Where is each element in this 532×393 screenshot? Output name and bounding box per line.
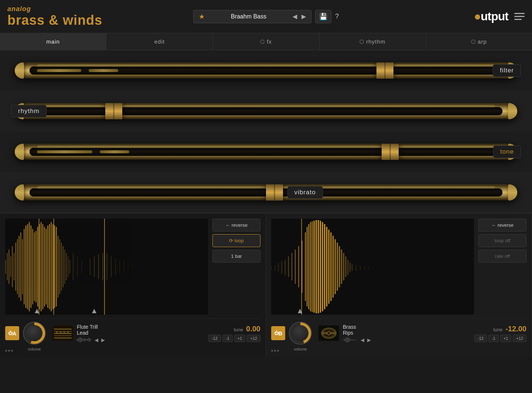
svg-rect-130 <box>350 339 351 341</box>
filter-thumb[interactable] <box>376 62 393 79</box>
more-options-a[interactable] <box>5 348 260 352</box>
svg-rect-128 <box>347 337 348 342</box>
svg-rect-106 <box>341 250 342 284</box>
svg-rect-97 <box>322 222 323 311</box>
svg-rect-2 <box>7 253 8 280</box>
more-options-b[interactable] <box>271 348 526 352</box>
volume-knob-b[interactable] <box>289 322 312 345</box>
svg-rect-101 <box>330 232 331 301</box>
svg-rect-50 <box>119 260 120 273</box>
svg-rect-71 <box>83 339 83 341</box>
svg-rect-1 <box>5 260 6 273</box>
svg-rect-129 <box>349 338 349 342</box>
channel-b-power-button[interactable]: ⏻ B <box>271 326 285 340</box>
svg-rect-116 <box>373 267 374 270</box>
tune-plus1-b[interactable]: +1 <box>500 335 512 342</box>
channel-b: ← reverse loop off rate off ⏻ B volume <box>266 213 532 357</box>
svg-point-66 <box>67 331 69 334</box>
tab-fx[interactable]: fx <box>213 33 319 50</box>
tube-sheen <box>37 64 495 68</box>
bottom-panels: ← reverse ⟳ loop 1 bar ⏻ A volume <box>0 213 532 357</box>
sample-next-a[interactable]: ▶ <box>101 337 105 343</box>
rate-button-b[interactable]: rate off <box>478 250 526 263</box>
waveform-svg-b <box>271 219 474 315</box>
preset-prev-button[interactable]: ◀ <box>293 13 297 20</box>
svg-rect-80 <box>278 263 279 271</box>
svg-rect-86 <box>298 246 299 287</box>
tune-minus1-b[interactable]: -1 <box>488 335 499 342</box>
preset-next-button[interactable]: ▶ <box>301 13 306 20</box>
tune-plus1-a[interactable]: +1 <box>234 335 246 342</box>
svg-rect-67 <box>77 339 78 341</box>
svg-rect-105 <box>339 246 340 287</box>
tube-right-cap <box>508 103 517 119</box>
loop-marker-right[interactable] <box>92 309 96 313</box>
loop-button-b[interactable]: loop off <box>478 234 526 247</box>
channel-a-power-button[interactable]: ⏻ A <box>5 326 19 340</box>
rhythm-thumb[interactable] <box>105 103 122 119</box>
tune-value-b: -12.00 <box>505 325 526 333</box>
svg-rect-11 <box>22 239 23 294</box>
svg-rect-89 <box>307 227 307 306</box>
tab-rhythm[interactable]: rhythm <box>320 33 426 50</box>
tune-minus12-a[interactable]: -12 <box>208 335 221 342</box>
svg-rect-26 <box>47 226 48 308</box>
preset-help-button[interactable]: ? <box>335 13 339 20</box>
svg-rect-27 <box>49 224 50 309</box>
volume-knob-a[interactable] <box>23 322 46 345</box>
sample-prev-a[interactable]: ◀ <box>95 337 98 343</box>
svg-rect-25 <box>46 229 47 304</box>
preset-save-button[interactable]: 💾 <box>315 10 331 23</box>
tune-minus12-b[interactable]: -12 <box>474 335 487 342</box>
tune-minus1-a[interactable]: -1 <box>222 335 233 342</box>
vibrato-thumb[interactable] <box>266 184 283 201</box>
reverse-button-a[interactable]: ← reverse <box>212 219 260 232</box>
vibrato-slider-row: vibrato <box>0 172 532 213</box>
svg-rect-79 <box>274 265 275 271</box>
loop-marker-b[interactable] <box>298 309 302 313</box>
svg-rect-52 <box>128 263 129 271</box>
sample-waveform-mini-a <box>77 337 92 342</box>
svg-rect-36 <box>64 250 65 284</box>
svg-point-63 <box>56 331 58 334</box>
waveform-display-b <box>271 219 474 315</box>
svg-rect-115 <box>368 267 369 269</box>
instrument-line1-a: Flute Trill <box>77 324 205 330</box>
preset-star-icon[interactable]: ★ <box>199 13 205 21</box>
vibrato-slider-track[interactable] <box>15 184 517 201</box>
rhythm-slider-track[interactable] <box>15 103 517 119</box>
svg-rect-47 <box>107 253 108 280</box>
sample-prev-b[interactable]: ◀ <box>361 337 364 343</box>
svg-point-65 <box>63 331 65 334</box>
logo-line1: analog <box>7 5 126 13</box>
svg-rect-70 <box>81 338 82 342</box>
header: analog brass & winds ★ Braahm Bass ◀ ▶ 💾… <box>0 0 532 33</box>
svg-rect-29 <box>52 224 53 309</box>
rhythm-power-icon <box>359 40 364 44</box>
loop-marker-left[interactable] <box>35 309 39 313</box>
tone-thumb[interactable] <box>382 144 399 160</box>
tune-plus12-a[interactable]: +12 <box>247 335 260 342</box>
tab-arp[interactable]: arp <box>426 33 532 50</box>
tab-edit[interactable]: edit <box>106 33 213 50</box>
menu-button[interactable] <box>514 13 525 20</box>
svg-rect-13 <box>25 226 26 308</box>
loop-button-a[interactable]: ⟳ loop <box>212 234 260 247</box>
tune-value-a: 0.00 <box>246 325 260 333</box>
channel-a: ← reverse ⟳ loop 1 bar ⏻ A volume <box>0 213 266 357</box>
tone-slider-row: tone <box>0 131 532 172</box>
reverse-button-b[interactable]: ← reverse <box>478 219 526 232</box>
svg-rect-45 <box>98 254 99 279</box>
sample-next-b[interactable]: ▶ <box>367 337 371 343</box>
svg-rect-43 <box>90 259 91 275</box>
svg-rect-110 <box>349 263 351 272</box>
bar-button-a[interactable]: 1 bar <box>212 250 260 263</box>
svg-rect-31 <box>56 227 57 306</box>
svg-rect-102 <box>332 236 334 297</box>
svg-rect-85 <box>295 250 296 284</box>
tone-slider-track[interactable] <box>15 144 517 160</box>
svg-rect-76 <box>90 339 91 341</box>
filter-slider-track[interactable] <box>15 62 517 79</box>
tune-plus12-b[interactable]: +12 <box>513 335 526 342</box>
tab-main[interactable]: main <box>0 33 106 50</box>
